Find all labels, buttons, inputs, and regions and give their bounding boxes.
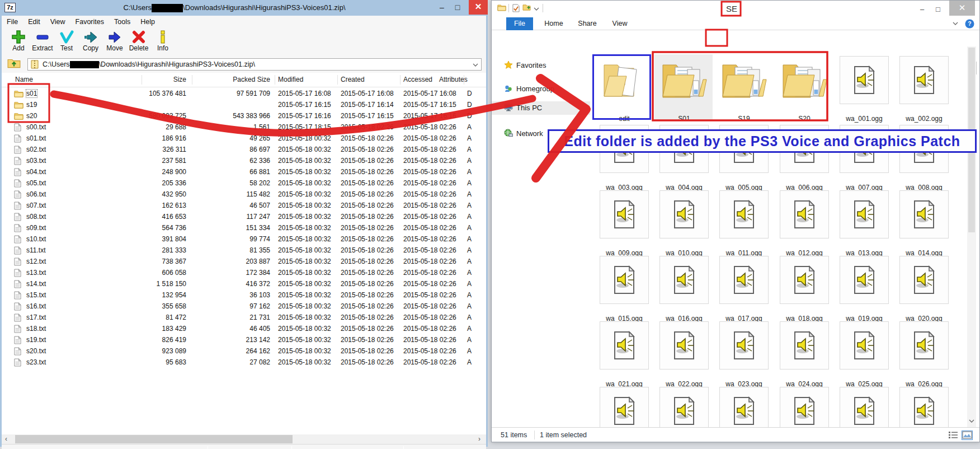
extract-button[interactable]: Extract — [30, 29, 55, 55]
tab-view[interactable]: View — [608, 17, 632, 30]
column-header-size[interactable]: Size — [130, 76, 186, 83]
menu-item-file[interactable]: File — [2, 16, 23, 26]
file-row[interactable]: s11.txt281 33381 3552015-05-18 00:322015… — [2, 245, 486, 256]
scrollbar-thumb[interactable] — [15, 435, 293, 443]
new-folder-icon[interactable] — [522, 4, 531, 11]
chevron-down-icon[interactable] — [471, 60, 480, 69]
column-header-accessed[interactable]: Accessed — [403, 76, 432, 83]
grid-item-s20[interactable] — [781, 60, 828, 100]
tab-share[interactable]: Share — [574, 17, 600, 30]
file-row[interactable]: s00.txt29 6881 5612015-05-17 18:152015-0… — [2, 122, 486, 133]
properties-icon[interactable] — [512, 4, 520, 12]
scroll-right-arrow[interactable]: › — [478, 435, 480, 443]
grid-item-unlabeled[interactable] — [719, 387, 769, 427]
file-row[interactable]: s07.txt162 61346 5072015-05-18 00:322015… — [2, 200, 486, 212]
horizontal-scrollbar[interactable]: ‹ › — [2, 434, 486, 444]
file-row[interactable]: s17.txt81 47221 7312015-05-18 00:322015-… — [2, 312, 486, 324]
file-row[interactable]: s08.txt416 653117 2472015-05-18 00:32201… — [2, 212, 486, 223]
file-row[interactable]: s05.txt205 33658 2022015-05-18 00:322015… — [2, 178, 486, 189]
copy-button[interactable]: Copy — [78, 29, 103, 55]
column-header-name[interactable]: Name — [15, 76, 33, 83]
minimize-button[interactable]: – — [435, 2, 449, 13]
tab-home[interactable]: Home — [541, 17, 567, 30]
menu-item-favorites[interactable]: Favorites — [70, 16, 109, 26]
file-row[interactable]: s03.txt237 58162 3362015-05-18 00:322015… — [2, 156, 486, 167]
grid-item-wa_019-ogg[interactable] — [840, 256, 889, 304]
help-icon[interactable] — [965, 19, 974, 29]
thumbnail-view-toggle[interactable] — [962, 431, 973, 440]
qat-customize-chevron-icon[interactable] — [534, 7, 539, 11]
details-view-toggle-icon[interactable] — [948, 431, 959, 441]
grid-item-wa_016-ogg[interactable] — [659, 256, 709, 304]
7zip-list-header[interactable]: NameSizePacked SizeModifiedCreatedAccess… — [2, 73, 486, 87]
close-button[interactable]: ✕ — [949, 1, 975, 16]
maximize-button[interactable]: □ — [936, 5, 940, 13]
grid-item-wa_009-ogg[interactable] — [600, 190, 649, 238]
grid-item-unlabeled[interactable] — [780, 387, 829, 427]
column-header-modified[interactable]: Modified — [278, 76, 303, 83]
sidebar-item-homegroup[interactable]: Homegroup — [492, 82, 590, 96]
file-row[interactable]: s12.txt738 367203 8872015-05-18 00:32201… — [2, 256, 486, 268]
test-button[interactable]: Test — [54, 29, 79, 55]
file-row[interactable]: s23.txt95 68327 0822015-05-18 00:322015-… — [2, 357, 486, 368]
column-header-packed-size[interactable]: Packed Size — [209, 76, 270, 83]
grid-item-unlabeled[interactable] — [899, 387, 949, 427]
file-row[interactable]: s13.txt606 058172 3842015-05-18 00:32201… — [2, 268, 486, 279]
maximize-button[interactable]: □ — [451, 2, 464, 13]
menu-item-view[interactable]: View — [45, 16, 70, 26]
file-row[interactable]: s06.txt432 950115 4822015-05-18 00:32201… — [2, 189, 486, 200]
scroll-down-chevron-icon[interactable] — [969, 419, 974, 423]
file-row[interactable]: s01.txt186 91649 2652015-05-18 00:322015… — [2, 133, 486, 144]
7zip-titlebar[interactable]: 7z C:\Users\Downloads\Higurashi\Higurash… — [0, 0, 488, 16]
grid-item-unlabeled[interactable] — [600, 387, 649, 427]
file-row[interactable]: s01105 376 48197 591 7092015-05-17 16:08… — [2, 88, 486, 100]
menu-item-tools[interactable]: Tools — [109, 16, 135, 26]
grid-item-s01[interactable] — [661, 60, 708, 100]
grid-item-wa_022-ogg[interactable] — [659, 321, 709, 370]
grid-item-wa_013-ogg[interactable] — [840, 190, 889, 238]
grid-item-wa_002-ogg[interactable] — [899, 56, 949, 104]
close-button[interactable]: ✕ — [469, 0, 488, 15]
file-row[interactable]: s10.txt391 80499 7742015-05-18 00:322015… — [2, 234, 486, 245]
tab-file[interactable]: File — [506, 17, 533, 30]
grid-item-wa_025-ogg[interactable] — [840, 321, 889, 370]
file-row[interactable]: s09.txt564 736151 3342015-05-18 00:32201… — [2, 223, 486, 234]
grid-item-wa_026-ogg[interactable] — [899, 321, 949, 370]
folder-icon[interactable] — [497, 4, 506, 12]
minimize-button[interactable]: – — [920, 5, 924, 13]
menu-item-edit[interactable]: Edit — [23, 16, 45, 26]
scroll-left-arrow[interactable]: ‹ — [5, 435, 7, 443]
grid-item-wa_024-ogg[interactable] — [780, 321, 829, 370]
file-row[interactable]: s02.txt326 31186 6972015-05-18 00:322015… — [2, 144, 486, 156]
vertical-scrollbar[interactable] — [967, 46, 976, 427]
grid-item-wa_011-ogg[interactable] — [719, 190, 769, 238]
grid-item-wa_001-ogg[interactable] — [840, 56, 889, 104]
file-row[interactable]: s15.txt132 95436 1032015-05-18 00:322015… — [2, 290, 486, 301]
grid-item-wa_010-ogg[interactable] — [659, 190, 709, 238]
move-button[interactable]: Move — [102, 29, 127, 55]
grid-item-wa_017-ogg[interactable] — [719, 256, 769, 304]
file-row[interactable]: s20580 093 725543 383 9662015-05-17 16:1… — [2, 111, 486, 122]
ribbon-collapse-chevron-icon[interactable] — [953, 22, 958, 25]
grid-item-wa_014-ogg[interactable] — [899, 190, 949, 238]
grid-item-s19[interactable] — [720, 60, 767, 100]
grid-item-wa_015-ogg[interactable] — [600, 256, 649, 304]
up-folder-button[interactable] — [7, 58, 25, 71]
column-header-created[interactable]: Created — [341, 76, 365, 83]
add-button[interactable]: Add — [6, 29, 31, 55]
file-row[interactable]: s14.txt1 518 150416 3722015-05-18 00:322… — [2, 279, 486, 290]
grid-item-unlabeled[interactable] — [840, 387, 889, 427]
grid-item-wa_021-ogg[interactable] — [600, 321, 649, 370]
file-row[interactable]: s18.txt183 42946 4052015-05-18 00:322015… — [2, 324, 486, 335]
file-row[interactable]: s19.txt826 419213 1422015-05-18 00:32201… — [2, 335, 486, 346]
file-row[interactable]: s16.txt355 65897 1622015-05-18 00:322015… — [2, 301, 486, 312]
file-row[interactable]: s04.txt248 90066 8812015-05-18 00:322015… — [2, 167, 486, 178]
grid-item-wa_018-ogg[interactable] — [780, 256, 829, 304]
file-row[interactable]: s20.txt923 089264 1622015-05-18 00:32201… — [2, 346, 486, 357]
sidebar-item-this-pc[interactable]: This PC — [492, 101, 590, 115]
explorer-titlebar[interactable]: SE – □ ✕ — [492, 1, 979, 17]
menu-item-help[interactable]: Help — [135, 16, 160, 26]
sidebar-item-favorites[interactable]: Favorites — [492, 59, 590, 72]
grid-item-unlabeled[interactable] — [659, 387, 709, 427]
grid-item-wa_023-ogg[interactable] — [719, 321, 769, 370]
